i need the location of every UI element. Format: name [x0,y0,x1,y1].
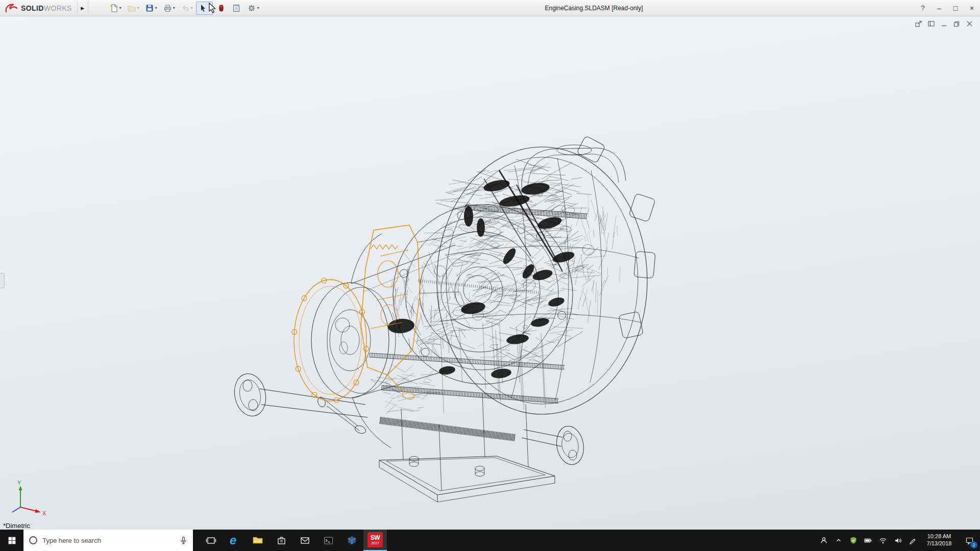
help-button[interactable]: ? [915,0,931,16]
clock-time: 10:28 AM [927,533,951,540]
svg-text:e: e [230,534,236,547]
minimize-document-icon[interactable] [941,20,947,27]
notification-badge: 2 [970,541,977,548]
float-window-icon[interactable] [915,20,922,27]
defender-button[interactable] [846,530,861,551]
file-explorer-button[interactable] [246,530,270,551]
standard-toolbar: ▾ ▾ ▾ ▾ ▾ [88,0,261,16]
graphics-area[interactable]: Y X *Dimetric [0,16,980,530]
undo-button[interactable]: ▾ [178,2,195,15]
select-cursor-icon [198,3,208,13]
dropdown-caret-icon[interactable]: ▾ [257,6,259,10]
document-window-controls [915,20,973,27]
edge-button[interactable]: e [223,530,246,551]
menu-flyout-arrow[interactable]: ▶ [77,2,88,14]
brand-text: SOLIDWORKS [21,4,72,12]
dropdown-caret-icon[interactable]: ▾ [208,6,211,10]
battery-icon [864,536,872,545]
print-icon [162,3,173,13]
minimize-button[interactable]: – [931,0,947,16]
sw-badge-text: SW [371,535,380,541]
dassault-swoosh-icon [4,3,18,14]
dock-panel-icon[interactable] [928,20,935,27]
taskbar-clock[interactable]: 10:28 AM 7/13/2018 [920,530,959,551]
triad-y-label: Y [17,480,21,486]
triad-x-label: X [42,510,46,516]
edge-icon: e [228,534,241,547]
task-view-button[interactable] [199,530,223,551]
rebuild-button[interactable] [214,2,228,15]
volume-button[interactable] [890,530,905,551]
action-center-button[interactable]: 2 [959,530,980,551]
pen-icon [909,536,917,544]
undo-arrow-icon [180,3,190,13]
solidworks-app-button[interactable]: SW 2017 [363,530,387,551]
task-view-icon [206,535,216,546]
people-icon [820,536,828,544]
wifi-icon [879,536,887,544]
close-button[interactable]: × [964,0,980,16]
store-button[interactable] [270,530,293,551]
file-explorer-icon [252,535,263,546]
system-tray: 10:28 AM 7/13/2018 2 [816,530,980,551]
taskbar-search[interactable] [23,530,193,551]
search-input[interactable] [42,537,175,544]
options-button[interactable]: ▾ [244,2,261,15]
orientation-triad: Y X [7,479,51,516]
show-hidden-icons-button[interactable] [831,530,846,551]
mail-button[interactable] [293,530,316,551]
brand-works: WORKS [44,4,72,12]
edrawings-cube-icon [347,535,357,546]
command-prompt-button[interactable] [316,530,340,551]
save-button[interactable]: ▾ [142,2,159,15]
chevron-up-icon [835,537,842,544]
view-orientation-label: *Dimetric [3,522,30,530]
brand-solid: SOLID [21,4,44,12]
mail-envelope-icon [300,535,310,546]
dropdown-caret-icon[interactable]: ▾ [137,6,139,10]
select-tool-button[interactable]: ▾ [196,2,213,15]
options-gear-icon [247,3,257,13]
battery-button[interactable] [861,530,875,551]
dropdown-caret-icon[interactable]: ▾ [119,6,121,10]
sw-badge-year: 2017 [371,541,379,545]
save-floppy-icon [144,3,155,13]
panel-collapse-handle[interactable] [0,273,5,288]
solidworks-icon: SW 2017 [368,532,383,547]
windows-logo-icon [8,536,16,545]
open-button[interactable]: ▾ [125,2,141,15]
command-prompt-icon [323,535,334,546]
dropdown-caret-icon[interactable]: ▾ [155,6,157,10]
window-controls: ? – □ × [915,0,980,16]
dropdown-caret-icon[interactable]: ▾ [190,6,193,10]
file-properties-button[interactable] [229,2,243,15]
file-properties-icon [231,3,241,13]
engine-wireframe-model[interactable] [0,16,980,530]
windows-taskbar: e SW 2017 [0,530,980,551]
cortana-icon[interactable] [29,536,38,545]
microphone-icon[interactable] [179,536,188,545]
print-button[interactable]: ▾ [160,2,177,15]
rebuild-icon [216,3,226,13]
defender-shield-icon [849,536,857,544]
edrawings-button[interactable] [340,530,363,551]
maximize-button[interactable]: □ [947,0,964,16]
start-button[interactable] [0,530,23,551]
new-document-button[interactable]: ▾ [107,2,124,15]
dropdown-caret-icon[interactable]: ▾ [173,6,175,10]
solidworks-window: SOLIDWORKS ▶ ▾ ▾ ▾ ▾ [0,0,980,551]
clock-date: 7/13/2018 [927,540,952,547]
document-title: EngineCasing.SLDASM [Read-only] [545,5,643,12]
speaker-icon [894,536,902,544]
solidworks-logo: SOLIDWORKS [0,0,77,16]
new-document-icon [109,3,119,13]
open-folder-icon [127,3,137,13]
taskbar-apps: e SW 2017 [199,530,387,551]
pen-button[interactable] [905,530,920,551]
store-bag-icon [276,535,287,546]
network-button[interactable] [875,530,890,551]
title-bar: SOLIDWORKS ▶ ▾ ▾ ▾ ▾ [0,0,980,16]
restore-document-icon[interactable] [953,20,960,27]
people-button[interactable] [816,530,831,551]
close-document-icon[interactable] [966,20,973,27]
